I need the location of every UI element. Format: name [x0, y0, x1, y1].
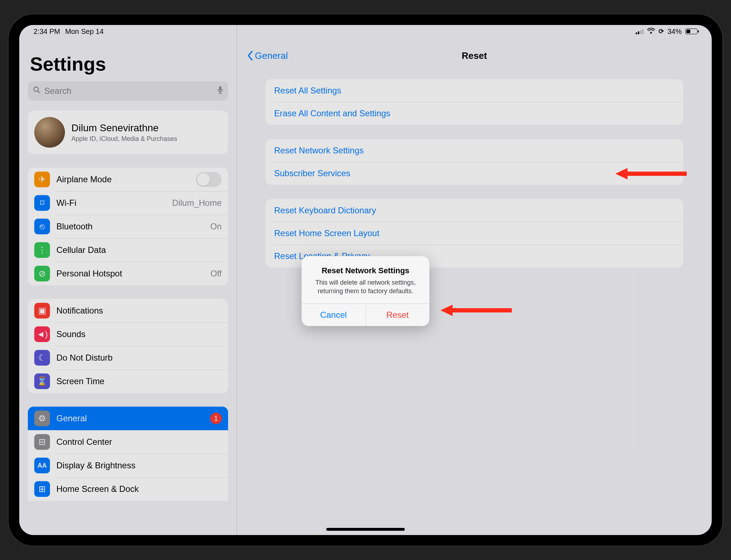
sidebar-item-bluetooth[interactable]: ⎋BluetoothOn	[28, 215, 228, 238]
cell-reset-home-screen-layout[interactable]: Reset Home Screen Layout	[266, 222, 683, 245]
sidebar-item-label: General	[56, 413, 204, 423]
svg-line-2	[38, 91, 40, 93]
badge: 1	[210, 413, 222, 424]
svg-point-0	[650, 32, 652, 33]
sidebar-item-label: Cellular Data	[56, 245, 222, 255]
cellular-signal-icon	[636, 29, 644, 34]
cell-erase-all-content-and-settings[interactable]: Erase All Content and Settings	[266, 102, 683, 125]
sidebar-item-label: Control Center	[56, 437, 222, 447]
chevron-left-icon	[247, 51, 253, 61]
sidebar-item-label: Sounds	[56, 329, 222, 339]
sounds-icon: ◄)	[34, 326, 50, 342]
search-input[interactable]	[44, 86, 214, 96]
controlcenter-icon: ⊟	[34, 434, 50, 450]
sidebar-item-wi-fi[interactable]: ⌑Wi-FiDilum_Home	[28, 191, 228, 215]
sidebar-item-value: Off	[210, 269, 222, 279]
sidebar-item-do-not-disturb[interactable]: ☾Do Not Disturb	[28, 346, 228, 370]
screentime-icon: ⌛	[34, 373, 50, 389]
orientation-lock-icon: ⟳	[659, 27, 664, 35]
battery-percent: 34%	[667, 27, 682, 36]
screen: 2:34 PM Mon Sep 14 ⟳ 34% Settings	[19, 25, 712, 535]
sidebar-item-screen-time[interactable]: ⌛Screen Time	[28, 370, 228, 393]
cell-subscriber-services[interactable]: Subscriber Services	[266, 162, 683, 185]
sidebar-item-airplane-mode[interactable]: ✈Airplane Mode	[28, 168, 228, 191]
cell-reset-all-settings[interactable]: Reset All Settings	[266, 79, 683, 102]
dnd-icon: ☾	[34, 350, 50, 366]
wifi-icon: ⌑	[34, 195, 50, 211]
status-time: 2:34 PM	[34, 27, 60, 36]
sidebar-item-label: Bluetooth	[56, 222, 204, 231]
sidebar-item-label: Wi-Fi	[56, 198, 166, 208]
sidebar-item-label: Airplane Mode	[56, 174, 190, 184]
page-title: Reset	[237, 50, 712, 61]
home-indicator[interactable]	[326, 528, 405, 531]
homescreen-icon: ⊞	[34, 481, 50, 497]
search-field[interactable]	[28, 81, 228, 101]
battery-icon	[685, 29, 697, 34]
alert-message: This will delete all network settings, r…	[309, 278, 422, 296]
toggle-switch[interactable]	[196, 172, 222, 187]
sidebar-item-sounds[interactable]: ◄)Sounds	[28, 322, 228, 346]
sidebar-item-label: Display & Brightness	[56, 460, 222, 470]
notifications-icon: ▣	[34, 303, 50, 319]
settings-group: Reset Network SettingsSubscriber Service…	[266, 139, 683, 185]
sidebar-item-label: Home Screen & Dock	[56, 484, 222, 494]
sidebar-item-control-center[interactable]: ⊟Control Center	[28, 430, 228, 454]
general-icon: ⚙	[34, 411, 50, 426]
alert-cancel-button[interactable]: Cancel	[302, 304, 366, 326]
nav-bar: General Reset	[237, 45, 712, 66]
bluetooth-icon: ⎋	[34, 219, 50, 234]
sidebar-item-label: Do Not Disturb	[56, 353, 222, 363]
back-label: General	[255, 50, 288, 61]
status-date: Mon Sep 14	[65, 27, 104, 36]
settings-group: Reset All SettingsErase All Content and …	[266, 79, 683, 125]
cellular-icon: ⋮	[34, 242, 50, 258]
dictation-icon[interactable]	[217, 86, 223, 96]
alert-title: Reset Network Settings	[309, 266, 422, 275]
sidebar-item-value: Dilum_Home	[172, 198, 222, 208]
hotspot-icon: ⊘	[34, 266, 50, 281]
profile-subtitle: Apple ID, iCloud, Media & Purchases	[71, 135, 177, 143]
apple-id-card[interactable]: Dilum Senevirathne Apple ID, iCloud, Med…	[28, 111, 228, 154]
svg-rect-3	[219, 86, 221, 91]
airplane-icon: ✈	[34, 172, 50, 187]
sidebar-item-notifications[interactable]: ▣Notifications	[28, 299, 228, 322]
sidebar-item-general[interactable]: ⚙General1	[28, 407, 228, 430]
search-icon	[33, 86, 41, 96]
cell-reset-network-settings[interactable]: Reset Network Settings	[266, 139, 683, 162]
avatar	[34, 117, 65, 148]
wifi-status-icon	[647, 28, 655, 35]
sidebar-item-label: Personal Hotspot	[56, 269, 204, 279]
cell-reset-keyboard-dictionary[interactable]: Reset Keyboard Dictionary	[266, 199, 683, 222]
sidebar-item-personal-hotspot[interactable]: ⊘Personal HotspotOff	[28, 262, 228, 285]
sidebar-item-label: Notifications	[56, 306, 222, 316]
ipad-device-frame: 2:34 PM Mon Sep 14 ⟳ 34% Settings	[9, 14, 722, 546]
settings-sidebar: Settings Dilum Senevirathne	[19, 25, 237, 535]
alert-confirm-button[interactable]: Reset	[366, 304, 430, 326]
sidebar-item-home-screen-dock[interactable]: ⊞Home Screen & Dock	[28, 477, 228, 501]
sidebar-item-label: Screen Time	[56, 376, 222, 386]
app-title: Settings	[28, 45, 228, 81]
alert-reset-network: Reset Network Settings This will delete …	[302, 256, 429, 326]
display-icon: AA	[34, 458, 50, 473]
sidebar-item-display-brightness[interactable]: AADisplay & Brightness	[28, 454, 228, 477]
profile-name: Dilum Senevirathne	[71, 122, 177, 134]
sidebar-item-value: On	[210, 222, 222, 231]
back-button[interactable]: General	[247, 50, 288, 61]
sidebar-item-cellular-data[interactable]: ⋮Cellular Data	[28, 238, 228, 262]
status-bar: 2:34 PM Mon Sep 14 ⟳ 34%	[19, 25, 712, 38]
